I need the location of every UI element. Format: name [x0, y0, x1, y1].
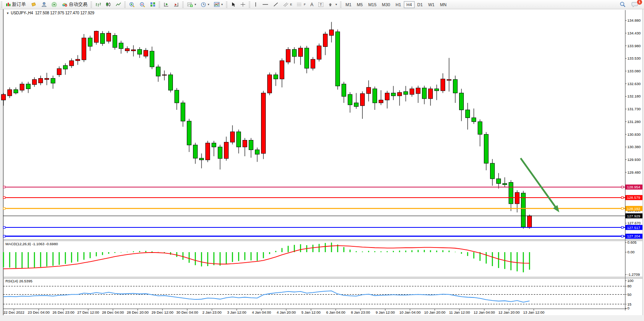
hline-handle[interactable]	[3, 235, 5, 237]
hline-handle[interactable]	[3, 227, 5, 229]
price-tick-label: 132.630	[627, 82, 641, 86]
candle-body	[317, 46, 321, 59]
candle-body	[261, 93, 266, 153]
candle-body	[515, 193, 519, 204]
time-tick-label: 4 Jan 20:00	[277, 310, 296, 314]
price-line-badge-label: 128.192	[627, 207, 640, 211]
candle-body	[274, 75, 278, 79]
rsi-tick-label: 15	[627, 302, 632, 306]
candle-body	[385, 93, 389, 100]
hline-handle[interactable]	[3, 196, 5, 198]
time-tick-label: 10 Jan 04:00	[400, 310, 421, 314]
candle-body	[255, 150, 260, 154]
candle-body	[82, 38, 86, 60]
price-tick-label: 133.080	[627, 69, 641, 73]
candle-body	[490, 163, 495, 179]
time-tick-label: 28 Dec 20:00	[127, 310, 149, 314]
candle-body	[218, 147, 222, 159]
chart-dropdown-triangle[interactable]: ▼	[6, 12, 9, 15]
candle-body	[447, 80, 451, 80]
time-tick-label: 5 Jan 12:00	[301, 310, 321, 314]
candle-body	[175, 90, 179, 103]
time-tick-label: 12 Jan 04:00	[474, 310, 495, 314]
hline-handle[interactable]	[622, 196, 624, 198]
candle-body	[373, 89, 377, 103]
candle-body	[162, 75, 167, 75]
price-tick-label: 130.380	[627, 145, 641, 149]
candle-body	[360, 94, 365, 106]
time-tick-label: 12 Jan 20:00	[499, 310, 520, 314]
candle-body	[76, 59, 80, 61]
candle-body	[509, 183, 513, 204]
candle-body	[2, 94, 6, 100]
candle-body	[528, 216, 532, 228]
price-tick-label: 134.430	[627, 31, 641, 35]
candle-body	[404, 92, 408, 94]
candle-body	[422, 88, 427, 99]
time-tick-label: 23 Dec 04:00	[28, 310, 50, 314]
hline-handle[interactable]	[622, 208, 624, 210]
candle-body	[391, 93, 396, 96]
candle-body	[292, 50, 297, 56]
chart-ohlc-values: 127.508 127.975 127.470 127.929	[35, 11, 94, 15]
candle-body	[323, 34, 328, 47]
hline-handle[interactable]	[622, 186, 624, 188]
hline-handle[interactable]	[622, 227, 624, 229]
candle-body	[212, 143, 216, 147]
candle-body	[20, 84, 24, 90]
rsi-indicator-label: RSI(14) 26.5395	[5, 279, 32, 283]
chart-canvas[interactable]: 134.880134.430133.980133.530133.080132.6…	[0, 0, 644, 321]
candle-body	[460, 93, 464, 110]
candle-body	[379, 100, 383, 103]
chart-symbol-timeframe: USDJPY-,H4	[11, 11, 33, 15]
macd-values: -1.1063 -0.6980	[32, 242, 58, 246]
time-tick-label: 4 Jan 04:00	[252, 310, 271, 314]
candle-body	[280, 61, 284, 79]
rsi-tick-label: 50	[627, 292, 632, 297]
price-tick-label: 133.980	[627, 44, 641, 48]
macd-name: MACD(12,26,9)	[5, 242, 31, 246]
price-tick-label: 131.280	[627, 120, 641, 124]
candle-body	[63, 65, 68, 69]
time-tick-label: 9 Jan 12:00	[376, 310, 395, 314]
candle-body	[224, 142, 229, 159]
candle-body	[200, 158, 204, 160]
hline-handle[interactable]	[3, 186, 5, 188]
candle-body	[354, 103, 359, 106]
rsi-tick-label: 80	[627, 284, 632, 288]
candle-body	[497, 179, 501, 183]
candle-body	[113, 36, 117, 48]
candle-body	[299, 48, 303, 56]
candle-body	[187, 121, 191, 145]
candle-body	[472, 118, 476, 121]
candle-body	[231, 132, 235, 142]
candle-body	[478, 122, 482, 135]
candle-body	[32, 80, 37, 85]
time-tick-label: 29 Dec 12:00	[152, 310, 174, 314]
price-tick-label: 130.830	[627, 132, 641, 137]
rsi-tick-label: 100	[627, 278, 634, 283]
time-tick-label: 11 Jan 12:00	[449, 310, 470, 314]
hline-handle[interactable]	[622, 235, 624, 237]
candle-body	[336, 32, 340, 86]
candle-body	[249, 140, 253, 150]
time-tick-label: 27 Dec 12:00	[77, 310, 99, 314]
candle-body	[156, 67, 161, 76]
candle-body	[94, 31, 99, 43]
price-tick-label: 133.530	[627, 56, 641, 60]
chart-title: ▼USDJPY-,H4 127.508 127.975 127.470 127.…	[6, 11, 94, 15]
price-tick-label: 129.930	[627, 157, 641, 162]
candle-body	[132, 50, 136, 51]
time-tick-label: 6 Jan 04:00	[326, 310, 345, 314]
macd-indicator-label: MACD(12,26,9) -1.1063 -0.6980	[5, 242, 58, 246]
candle-body	[484, 134, 489, 163]
candle-body	[243, 140, 247, 147]
price-tick-label: 134.880	[627, 18, 641, 22]
candle-body	[342, 84, 346, 96]
time-tick-label: 8 Jan 23:00	[351, 310, 370, 314]
time-tick-label: 28 Dec 04:00	[102, 310, 124, 314]
hline-handle[interactable]	[3, 208, 5, 210]
candle-body	[348, 94, 352, 105]
candle-body	[70, 61, 74, 66]
candle-body	[101, 33, 105, 43]
